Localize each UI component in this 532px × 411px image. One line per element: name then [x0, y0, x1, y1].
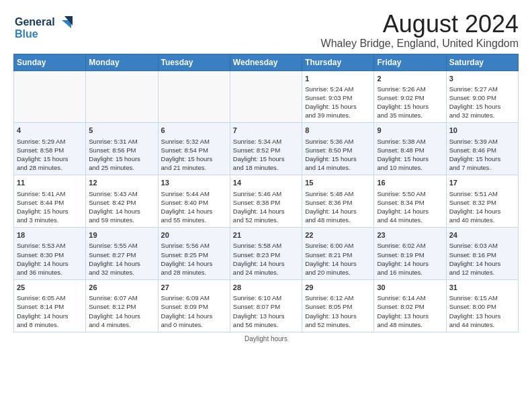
- calendar-cell: 11Sunrise: 5:41 AMSunset: 8:44 PMDayligh…: [14, 175, 86, 228]
- day-info: Sunrise: 6:12 AMSunset: 8:05 PMDaylight:…: [305, 293, 371, 328]
- day-info: Sunrise: 5:26 AMSunset: 9:02 PMDaylight:…: [377, 85, 443, 120]
- day-number: 24: [449, 230, 515, 240]
- calendar: Sunday Monday Tuesday Wednesday Thursday…: [13, 54, 519, 332]
- day-number: 16: [377, 178, 443, 188]
- calendar-week-0: 1Sunrise: 5:24 AMSunset: 9:03 PMDaylight…: [14, 71, 519, 123]
- day-number: 12: [89, 178, 154, 188]
- page: General Blue August 2024 Whaley Bridge, …: [0, 0, 532, 349]
- day-number: 23: [377, 230, 443, 240]
- day-number: 9: [377, 126, 443, 136]
- calendar-cell: 28Sunrise: 6:10 AMSunset: 8:07 PMDayligh…: [230, 279, 302, 332]
- calendar-week-3: 18Sunrise: 5:53 AMSunset: 8:30 PMDayligh…: [14, 228, 519, 280]
- day-info: Sunrise: 6:15 AMSunset: 8:00 PMDaylight:…: [449, 293, 515, 328]
- calendar-cell: 16Sunrise: 5:50 AMSunset: 8:34 PMDayligh…: [374, 175, 446, 228]
- col-tuesday: Tuesday: [158, 54, 230, 71]
- col-sunday: Sunday: [14, 54, 86, 71]
- calendar-cell: 10Sunrise: 5:39 AMSunset: 8:46 PMDayligh…: [446, 123, 518, 175]
- calendar-cell: 2Sunrise: 5:26 AMSunset: 9:02 PMDaylight…: [374, 71, 446, 123]
- day-number: 18: [17, 230, 83, 240]
- footer-text: Daylight hours: [245, 335, 287, 342]
- logo: General Blue: [13, 11, 74, 46]
- calendar-cell: 5Sunrise: 5:31 AMSunset: 8:56 PMDaylight…: [86, 123, 158, 175]
- day-number: 2: [377, 74, 443, 84]
- calendar-week-4: 25Sunrise: 6:05 AMSunset: 8:14 PMDayligh…: [14, 279, 519, 332]
- calendar-cell: 6Sunrise: 5:32 AMSunset: 8:54 PMDaylight…: [158, 123, 230, 175]
- calendar-cell: 17Sunrise: 5:51 AMSunset: 8:32 PMDayligh…: [446, 175, 518, 228]
- calendar-week-1: 4Sunrise: 5:29 AMSunset: 8:58 PMDaylight…: [14, 123, 519, 175]
- day-info: Sunrise: 5:39 AMSunset: 8:46 PMDaylight:…: [449, 137, 515, 172]
- calendar-cell: 24Sunrise: 6:03 AMSunset: 8:16 PMDayligh…: [446, 228, 518, 280]
- day-info: Sunrise: 5:43 AMSunset: 8:42 PMDaylight:…: [89, 189, 154, 224]
- day-number: 14: [233, 178, 299, 188]
- calendar-cell: 1Sunrise: 5:24 AMSunset: 9:03 PMDaylight…: [302, 71, 374, 123]
- footer: Daylight hours: [13, 335, 519, 342]
- day-info: Sunrise: 6:07 AMSunset: 8:12 PMDaylight:…: [89, 293, 154, 328]
- calendar-cell: 18Sunrise: 5:53 AMSunset: 8:30 PMDayligh…: [14, 228, 86, 280]
- calendar-cell: 8Sunrise: 5:36 AMSunset: 8:50 PMDaylight…: [302, 123, 374, 175]
- day-info: Sunrise: 6:09 AMSunset: 8:09 PMDaylight:…: [161, 293, 227, 328]
- day-number: 6: [161, 126, 227, 136]
- logo-area: General Blue: [13, 11, 74, 46]
- header: General Blue August 2024 Whaley Bridge, …: [13, 11, 519, 50]
- day-number: 11: [17, 178, 83, 188]
- calendar-cell: 29Sunrise: 6:12 AMSunset: 8:05 PMDayligh…: [302, 279, 374, 332]
- day-info: Sunrise: 5:32 AMSunset: 8:54 PMDaylight:…: [161, 137, 227, 172]
- calendar-cell: 27Sunrise: 6:09 AMSunset: 8:09 PMDayligh…: [158, 279, 230, 332]
- calendar-cell: 13Sunrise: 5:44 AMSunset: 8:40 PMDayligh…: [158, 175, 230, 228]
- day-info: Sunrise: 5:51 AMSunset: 8:32 PMDaylight:…: [449, 189, 515, 224]
- day-number: 13: [161, 178, 227, 188]
- day-number: 26: [89, 283, 154, 293]
- day-number: 17: [449, 178, 515, 188]
- calendar-header-row: Sunday Monday Tuesday Wednesday Thursday…: [14, 54, 519, 71]
- day-number: 3: [449, 74, 515, 84]
- day-info: Sunrise: 5:34 AMSunset: 8:52 PMDaylight:…: [233, 137, 299, 172]
- day-info: Sunrise: 6:02 AMSunset: 8:19 PMDaylight:…: [377, 241, 443, 276]
- day-info: Sunrise: 5:24 AMSunset: 9:03 PMDaylight:…: [305, 85, 371, 120]
- calendar-cell: 3Sunrise: 5:27 AMSunset: 9:00 PMDaylight…: [446, 71, 518, 123]
- day-number: 31: [449, 283, 515, 293]
- col-wednesday: Wednesday: [230, 54, 302, 71]
- day-info: Sunrise: 5:46 AMSunset: 8:38 PMDaylight:…: [233, 189, 299, 224]
- calendar-cell: 12Sunrise: 5:43 AMSunset: 8:42 PMDayligh…: [86, 175, 158, 228]
- day-number: 8: [305, 126, 371, 136]
- calendar-week-2: 11Sunrise: 5:41 AMSunset: 8:44 PMDayligh…: [14, 175, 519, 228]
- calendar-cell: 21Sunrise: 5:58 AMSunset: 8:23 PMDayligh…: [230, 228, 302, 280]
- calendar-cell: 22Sunrise: 6:00 AMSunset: 8:21 PMDayligh…: [302, 228, 374, 280]
- day-info: Sunrise: 6:14 AMSunset: 8:02 PMDaylight:…: [377, 293, 443, 328]
- col-monday: Monday: [86, 54, 158, 71]
- day-number: 22: [305, 230, 371, 240]
- day-info: Sunrise: 5:36 AMSunset: 8:50 PMDaylight:…: [305, 137, 371, 172]
- calendar-cell: 4Sunrise: 5:29 AMSunset: 8:58 PMDaylight…: [14, 123, 86, 175]
- day-info: Sunrise: 5:58 AMSunset: 8:23 PMDaylight:…: [233, 241, 299, 276]
- day-info: Sunrise: 6:05 AMSunset: 8:14 PMDaylight:…: [17, 293, 83, 328]
- day-info: Sunrise: 5:44 AMSunset: 8:40 PMDaylight:…: [161, 189, 227, 224]
- day-info: Sunrise: 5:29 AMSunset: 8:58 PMDaylight:…: [17, 137, 83, 172]
- day-info: Sunrise: 6:00 AMSunset: 8:21 PMDaylight:…: [305, 241, 371, 276]
- col-saturday: Saturday: [446, 54, 518, 71]
- day-info: Sunrise: 5:50 AMSunset: 8:34 PMDaylight:…: [377, 189, 443, 224]
- day-info: Sunrise: 5:38 AMSunset: 8:48 PMDaylight:…: [377, 137, 443, 172]
- day-info: Sunrise: 5:48 AMSunset: 8:36 PMDaylight:…: [305, 189, 371, 224]
- calendar-cell: 14Sunrise: 5:46 AMSunset: 8:38 PMDayligh…: [230, 175, 302, 228]
- calendar-cell: 19Sunrise: 5:55 AMSunset: 8:27 PMDayligh…: [86, 228, 158, 280]
- day-info: Sunrise: 6:10 AMSunset: 8:07 PMDaylight:…: [233, 293, 299, 328]
- day-number: 28: [233, 283, 299, 293]
- day-number: 4: [17, 126, 83, 136]
- calendar-cell: [158, 71, 230, 123]
- day-info: Sunrise: 6:03 AMSunset: 8:16 PMDaylight:…: [449, 241, 515, 276]
- day-number: 15: [305, 178, 371, 188]
- day-number: 19: [89, 230, 154, 240]
- calendar-cell: 23Sunrise: 6:02 AMSunset: 8:19 PMDayligh…: [374, 228, 446, 280]
- day-info: Sunrise: 5:41 AMSunset: 8:44 PMDaylight:…: [17, 189, 83, 224]
- svg-text:General: General: [15, 16, 55, 28]
- svg-text:Blue: Blue: [15, 28, 38, 40]
- day-info: Sunrise: 5:56 AMSunset: 8:25 PMDaylight:…: [161, 241, 227, 276]
- calendar-cell: [14, 71, 86, 123]
- day-number: 10: [449, 126, 515, 136]
- day-number: 7: [233, 126, 299, 136]
- day-number: 1: [305, 74, 371, 84]
- day-number: 20: [161, 230, 227, 240]
- calendar-cell: 30Sunrise: 6:14 AMSunset: 8:02 PMDayligh…: [374, 279, 446, 332]
- col-thursday: Thursday: [302, 54, 374, 71]
- col-friday: Friday: [374, 54, 446, 71]
